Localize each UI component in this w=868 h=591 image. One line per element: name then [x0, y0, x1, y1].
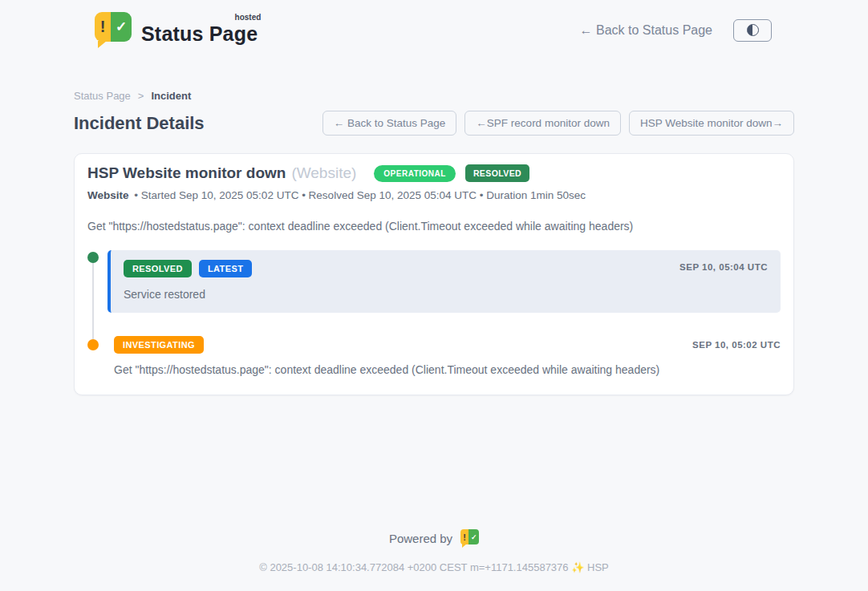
next-incident-button[interactable]: HSP Website monitor down→: [629, 111, 794, 136]
powered-by-label: Powered by: [389, 532, 452, 545]
copyright-suffix: HSP: [587, 561, 609, 573]
timeline-message: Get "https://hostedstatus.page": context…: [114, 363, 781, 376]
breadcrumb-status-page[interactable]: Status Page: [74, 90, 131, 102]
header-back-link[interactable]: ← Back to Status Page: [580, 23, 712, 38]
investigating-dot-icon: [87, 339, 99, 350]
resolved-badge: RESOLVED: [465, 164, 529, 182]
sparkles-icon: ✨: [571, 561, 584, 573]
brand-text: hosted Status Page: [141, 14, 258, 46]
breadcrumb-incident: Incident: [151, 90, 191, 102]
hsp-logo-icon[interactable]: ! ✓: [460, 529, 479, 548]
header-actions: ← Back to Status Page: [580, 19, 772, 42]
incident-meta-component: Website: [87, 189, 129, 201]
page-head: Incident Details ← Back to Status Page ←…: [74, 111, 794, 136]
theme-toggle-button[interactable]: [733, 19, 772, 42]
timeline-entry-content: INVESTIGATING SEP 10, 05:02 UTC Get "htt…: [114, 337, 781, 376]
incident-title-row: HSP Website monitor down (Website) OPERA…: [87, 164, 781, 182]
brand-logo-icon: ! ✓: [95, 12, 132, 48]
timeline-entry-investigating: INVESTIGATING SEP 10, 05:02 UTC Get "htt…: [87, 337, 781, 376]
timeline-latest-badge: LATEST: [199, 260, 252, 277]
breadcrumb-separator: >: [138, 90, 144, 102]
page-title: Incident Details: [74, 113, 205, 134]
brand-name: Status Page: [141, 22, 258, 45]
incident-timeline: RESOLVED LATEST SEP 10, 05:04 UTC Servic…: [87, 250, 781, 376]
check-icon: ✓: [468, 529, 479, 544]
timeline-entry-resolved: RESOLVED LATEST SEP 10, 05:04 UTC Servic…: [87, 250, 781, 313]
exclaim-icon: !: [460, 529, 468, 544]
incident-component: (Website): [291, 164, 356, 182]
resolved-dot-icon: [87, 252, 99, 263]
exclaim-icon: !: [95, 12, 111, 42]
incident-meta: Website • Started Sep 10, 2025 05:02 UTC…: [87, 189, 781, 201]
incident-title: HSP Website monitor down: [87, 164, 286, 182]
incident-nav: ← Back to Status Page ←SPF record monito…: [322, 111, 794, 136]
incident-card: HSP Website monitor down (Website) OPERA…: [74, 153, 794, 395]
check-icon: ✓: [111, 12, 132, 42]
incident-meta-details: • Started Sep 10, 2025 05:02 UTC • Resol…: [134, 189, 586, 201]
timeline-resolved-badge: RESOLVED: [124, 260, 192, 277]
brand-logo[interactable]: ! ✓ hosted Status Page: [95, 12, 258, 48]
powered-by: Powered by ! ✓: [0, 529, 868, 548]
prev-incident-button[interactable]: ←SPF record monitor down: [464, 111, 621, 136]
footer: Powered by ! ✓ © 2025-10-08 14:10:34.772…: [0, 529, 868, 591]
timeline-badge-row: RESOLVED LATEST: [124, 260, 768, 277]
incident-description: Get "https://hostedstatus.page": context…: [87, 220, 781, 233]
copyright: © 2025-10-08 14:10:34.772084 +0200 CEST …: [0, 561, 868, 573]
breadcrumb: Status Page > Incident: [74, 90, 794, 102]
main-content: Status Page > Incident Incident Details …: [74, 90, 794, 395]
back-to-status-page-button[interactable]: ← Back to Status Page: [322, 111, 457, 136]
brand-superscript: hosted: [235, 13, 262, 22]
copyright-text: © 2025-10-08 14:10:34.772084 +0200 CEST …: [259, 561, 568, 573]
operational-badge: OPERATIONAL: [374, 165, 456, 182]
header: ! ✓ hosted Status Page ← Back to Status …: [0, 0, 868, 48]
half-circle-icon: [747, 24, 759, 36]
timeline-entry-highlight: RESOLVED LATEST SEP 10, 05:04 UTC Servic…: [107, 250, 781, 313]
timeline-timestamp: SEP 10, 05:02 UTC: [692, 340, 781, 350]
timeline-timestamp: SEP 10, 05:04 UTC: [679, 262, 768, 272]
timeline-message: Service restored: [124, 288, 768, 301]
timeline-investigating-badge: INVESTIGATING: [114, 336, 204, 354]
